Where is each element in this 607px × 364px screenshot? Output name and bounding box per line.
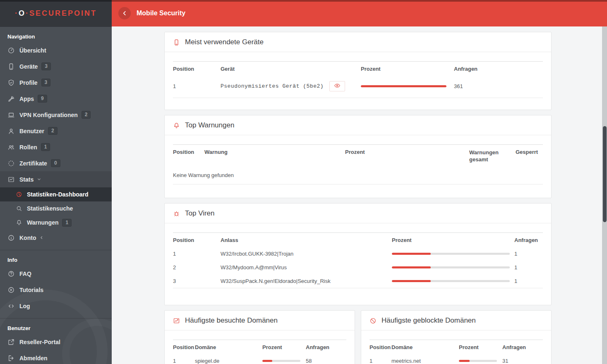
users-icon: [7, 144, 15, 151]
column-header-requests: Anfragen: [454, 62, 543, 76]
sidebar-item-warnungen[interactable]: Warnungen 1: [0, 216, 112, 230]
count-badge: 1: [41, 143, 50, 151]
window-top-strip: [0, 0, 607, 2]
sidebar-item-reseller-portal[interactable]: Reseller-Portal: [0, 334, 112, 350]
table-row: 1 spiegel.de 58: [173, 354, 346, 364]
sidebar-item-rollen[interactable]: Rollen 1: [0, 139, 112, 155]
topbar: Mobile Security: [112, 0, 607, 26]
column-header-domain: Domäne: [195, 340, 262, 354]
sidebar-item-label: Übersicht: [19, 47, 46, 54]
card-body: Position Domäne Prozent Anfragen 1 meetr…: [361, 330, 551, 364]
logo-symbol: O: [19, 9, 26, 17]
card-body: Position Domäne Prozent Anfragen 1 spieg…: [165, 330, 355, 364]
card-header: Top Viren: [165, 204, 551, 223]
progress-fill: [361, 85, 446, 87]
sidebar-item-label: Rollen: [19, 144, 37, 151]
column-header-position: Position: [369, 340, 391, 354]
sidebar-item-tutorials[interactable]: Tutorials: [0, 282, 112, 298]
sidebar-item-profile[interactable]: Profile 3: [0, 74, 112, 91]
sidebar-item-konto[interactable]: Konto: [0, 230, 112, 246]
securepoint-logo: ·O·SECUREPOINT: [15, 9, 97, 18]
view-device-button[interactable]: [329, 81, 345, 91]
column-header-position: Position: [173, 62, 221, 76]
cell-domain: meetrics.net: [391, 354, 459, 364]
cell-percent-bar: [392, 276, 514, 286]
sidebar-item-benutzer[interactable]: Benutzer 2: [0, 123, 112, 139]
section-title-info: Info: [0, 250, 112, 266]
warnings-table: Position Warnung Prozent Warnungen gesam…: [173, 144, 543, 184]
sidebar-item-label: Geräte: [19, 63, 38, 70]
table-row: 1 W32/Ircbot.GUKK-3982|Trojan 1: [173, 247, 543, 261]
sidebar-item-faq[interactable]: FAQ: [0, 266, 112, 282]
sidebar-item-label: Benutzer: [19, 128, 44, 134]
back-button[interactable]: [118, 7, 131, 19]
column-header-domain: Domäne: [391, 340, 459, 354]
page-title: Mobile Security: [137, 10, 185, 17]
sidebar-item-statistiken-dashboard[interactable]: Statistiken-Dashboard: [0, 187, 112, 201]
column-header-warnings-total: Warnungen gesamt: [469, 145, 516, 167]
sidebar-item-geraete[interactable]: Geräte 3: [0, 58, 112, 74]
progress-track: [392, 253, 510, 255]
sidebar-item-statistikensuche[interactable]: Statistikensuche: [0, 201, 112, 216]
bell-icon: [16, 219, 22, 226]
table-row: 2 W32/Mydoom.A@mm|Virus 1: [173, 261, 543, 274]
sidebar-item-label: Reseller-Portal: [19, 339, 60, 345]
column-header-percent: Prozent: [392, 233, 514, 247]
card-title: Häufigste geblockte Domänen: [381, 316, 476, 325]
sidebar-item-vpn-konfigurationen[interactable]: VPN Konfigurationen 2: [0, 107, 112, 123]
card-title: Top Viren: [185, 209, 215, 218]
column-header-device: Gerät: [221, 62, 361, 76]
rocket-icon: [7, 95, 15, 103]
empty-state-text: Keine Warnung gefunden: [173, 167, 234, 184]
line-chart-icon: [173, 317, 180, 324]
table-header-row: Position Domäne Prozent Anfragen: [369, 340, 543, 354]
sidebar-item-stats[interactable]: Stats: [0, 171, 112, 187]
scrollbar-thumb[interactable]: [603, 126, 607, 222]
visited-domains-table: Position Domäne Prozent Anfragen 1 spieg…: [173, 340, 346, 364]
sidebar-item-label: Log: [19, 303, 30, 309]
cell-cause: W32/Ircbot.GUKK-3982|Trojan: [221, 247, 392, 261]
card-title: Häufigste besuchte Domänen: [185, 316, 278, 325]
cell-requests: 58: [306, 354, 346, 364]
sidebar-item-uebersicht[interactable]: Übersicht: [0, 42, 112, 58]
sidebar-item-label: Konto: [19, 235, 36, 241]
search-icon: [16, 205, 22, 212]
cell-position: 1: [173, 354, 195, 364]
column-header-percent: Prozent: [361, 62, 454, 76]
bug-icon: [173, 210, 180, 217]
column-header-percent: Prozent: [262, 340, 306, 354]
progress-fill: [392, 266, 431, 268]
user-icon: [7, 127, 15, 135]
sidebar-item-label: Apps: [19, 96, 34, 102]
cell-cause: W32/SuspPack.N.gen!Eldorado|Security_Ris…: [221, 274, 392, 288]
cell-requests: 31: [502, 354, 543, 364]
logo-wordmark: SECUREPOINT: [29, 9, 97, 17]
count-badge: 1: [62, 219, 72, 227]
sidebar-item-apps[interactable]: Apps 9: [0, 91, 112, 107]
sidebar-item-log[interactable]: Log: [0, 298, 112, 314]
column-header-requests: Anfragen: [502, 340, 543, 354]
scrollbar-track[interactable]: [602, 26, 607, 364]
column-header-requests: Anfragen: [306, 340, 346, 354]
card-most-used-devices: Meist verwendete Geräte Position Gerät P…: [164, 32, 552, 110]
chevron-down-icon: [37, 177, 41, 182]
sidebar-item-label: Warnungen: [27, 219, 58, 226]
progress-track: [392, 266, 510, 268]
brand-logo[interactable]: ·O·SECUREPOINT: [0, 0, 112, 27]
progress-track: [459, 360, 497, 362]
progress-track: [262, 360, 300, 362]
empty-state-row: Keine Warnung gefunden: [173, 167, 543, 184]
sidebar-item-abmelden[interactable]: Abmelden: [0, 350, 112, 364]
progress-fill: [392, 280, 431, 282]
code-icon: [7, 302, 15, 310]
eye-icon: [334, 82, 341, 90]
count-badge: 0: [51, 159, 60, 167]
table-row: 3 W32/SuspPack.N.gen!Eldorado|Security_R…: [173, 274, 543, 288]
cell-position: 1: [173, 79, 221, 93]
sidebar-item-label: Abmelden: [19, 355, 48, 362]
card-title: Top Warnungen: [185, 121, 234, 129]
column-header-position: Position: [173, 145, 204, 159]
certificate-icon: [7, 160, 15, 167]
sidebar-item-zertifikate[interactable]: Zertifikate 0: [0, 155, 112, 171]
viruses-table: Position Anlass Prozent Anfragen 1 W32/I…: [173, 232, 543, 288]
